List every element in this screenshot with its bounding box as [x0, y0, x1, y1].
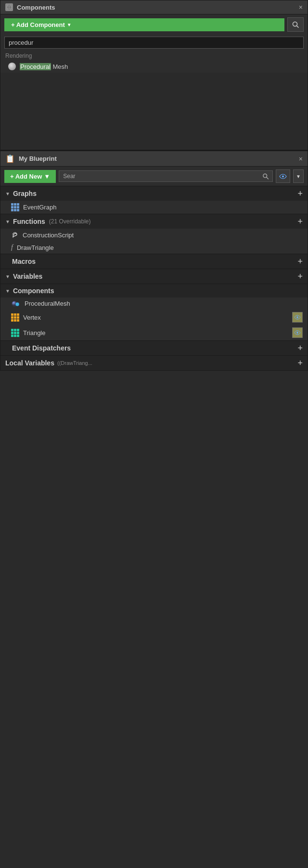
graphs-section-title: Graphs: [13, 190, 37, 197]
construction-script-item[interactable]: ConstructionScript: [0, 229, 308, 241]
event-dispatchers-section-header[interactable]: Event Dispatchers +: [0, 340, 308, 355]
construction-script-label: ConstructionScript: [23, 232, 74, 239]
macros-section-header[interactable]: Macros +: [0, 254, 308, 269]
bp-components-collapse-icon: ▼: [5, 288, 10, 294]
components-close-button[interactable]: ×: [299, 3, 303, 11]
graphs-collapse-icon: ▼: [5, 191, 10, 196]
components-panel: Components × + Add Component ▼ Rendering…: [0, 0, 308, 151]
variables-section-header[interactable]: ▼ Variables +: [0, 269, 308, 284]
vertex-eye-badge[interactable]: [292, 312, 303, 323]
components-panel-header: Components ×: [0, 0, 308, 14]
blueprint-panel-title: My Blueprint: [19, 155, 57, 162]
add-component-button[interactable]: + Add Component ▼: [4, 18, 284, 31]
blueprint-search-input[interactable]: [63, 173, 260, 180]
triangle-eye-badge[interactable]: [292, 327, 303, 338]
event-graph-label: EventGraph: [23, 204, 56, 211]
blueprint-eye-button[interactable]: [276, 169, 290, 183]
component-search-row: [0, 35, 308, 51]
functions-section-title: Functions: [13, 218, 45, 225]
draw-triangle-icon: f: [11, 244, 13, 251]
procedural-mesh-result-item[interactable]: Procedural Mesh: [0, 60, 308, 73]
components-panel-title: Components: [17, 4, 55, 11]
bp-components-section-content: ProceduralMesh Vertex: [0, 298, 308, 340]
components-header-icon: [5, 3, 13, 11]
local-variables-sub-label: ((DrawTriang...: [57, 360, 92, 366]
draw-triangle-item[interactable]: f DrawTriangle: [0, 241, 308, 254]
event-graph-icon: [11, 203, 19, 211]
blueprint-dropdown-button[interactable]: ▼: [293, 169, 304, 183]
eye-icon: [279, 174, 287, 179]
procedural-mesh-bp-item[interactable]: ProceduralMesh: [0, 298, 308, 310]
event-dispatchers-add-button[interactable]: +: [297, 344, 303, 352]
local-variables-section-title: Local Variables: [5, 359, 54, 367]
local-variables-add-button[interactable]: +: [297, 359, 303, 367]
functions-section-left: ▼ Functions (21 Overridable): [5, 218, 91, 225]
component-search-input[interactable]: [4, 37, 304, 49]
blueprint-header-left: 📋 My Blueprint: [5, 154, 57, 163]
functions-section-content: ConstructionScript f DrawTriangle: [0, 229, 308, 254]
local-variables-section-header[interactable]: Local Variables ((DrawTriang... +: [0, 355, 308, 370]
bp-components-section-header[interactable]: ▼ Components: [0, 284, 308, 298]
blueprint-close-button[interactable]: ×: [299, 155, 303, 163]
bp-components-section-left: ▼ Components: [5, 287, 54, 295]
blueprint-toolbar: + Add New ▼ ▼: [0, 167, 308, 186]
functions-collapse-icon: ▼: [5, 219, 10, 224]
construction-script-icon: [11, 231, 19, 239]
graphs-section-header[interactable]: ▼ Graphs +: [0, 186, 308, 201]
svg-point-10: [296, 316, 298, 318]
vertex-item[interactable]: Vertex: [0, 310, 308, 325]
functions-overridable-label: (21 Overridable): [49, 218, 91, 225]
procedural-mesh-label: Procedural Mesh: [20, 63, 68, 70]
component-search-icon-button[interactable]: [287, 17, 304, 32]
svg-point-11: [296, 332, 298, 334]
triangle-icon: [11, 329, 19, 337]
functions-section-header[interactable]: ▼ Functions (21 Overridable) +: [0, 214, 308, 229]
event-graph-item[interactable]: EventGraph: [0, 201, 308, 214]
procedural-mesh-bp-label: ProceduralMesh: [25, 300, 70, 307]
vertex-icon: [11, 313, 19, 322]
svg-line-6: [266, 177, 268, 179]
blueprint-search-icon: [262, 173, 269, 180]
add-new-arrow: ▼: [44, 173, 50, 180]
blueprint-panel: 📋 My Blueprint × + Add New ▼ ▼: [0, 151, 308, 371]
components-empty-area: [0, 73, 308, 150]
graphs-section-left: ▼ Graphs: [5, 190, 37, 197]
variables-section-left: ▼ Variables: [5, 272, 42, 280]
macros-add-button[interactable]: +: [297, 257, 303, 266]
graphs-add-button[interactable]: +: [297, 189, 303, 198]
procedural-mesh-bp-icon: [11, 300, 21, 307]
triangle-label: Triangle: [23, 329, 45, 337]
blueprint-panel-header: 📋 My Blueprint ×: [0, 151, 308, 167]
graphs-section-content: EventGraph: [0, 201, 308, 214]
components-header-left: Components: [5, 3, 55, 11]
variables-add-button[interactable]: +: [297, 272, 303, 281]
rendering-category-label: Rendering: [0, 51, 308, 60]
highlight-text: Procedural: [20, 63, 51, 70]
blueprint-search-field[interactable]: [59, 170, 273, 182]
event-dispatchers-section-title: Event Dispatchers: [5, 344, 71, 352]
components-toolbar: + Add Component ▼: [0, 14, 308, 35]
functions-add-button[interactable]: +: [297, 217, 303, 226]
bp-components-section-title: Components: [13, 287, 54, 295]
local-variables-section-left: Local Variables ((DrawTriang...: [5, 359, 92, 367]
variables-collapse-icon: ▼: [5, 274, 10, 279]
triangle-item[interactable]: Triangle: [0, 325, 308, 340]
procedural-mesh-icon: [8, 63, 16, 70]
svg-point-9: [15, 302, 19, 306]
draw-triangle-label: DrawTriangle: [17, 244, 54, 251]
svg-line-4: [297, 26, 299, 28]
blueprint-header-icon: 📋: [5, 154, 15, 163]
svg-point-7: [282, 175, 284, 177]
variables-section-title: Variables: [13, 272, 43, 280]
add-new-button[interactable]: + Add New ▼: [4, 170, 56, 183]
vertex-label: Vertex: [23, 314, 41, 321]
macros-section-title: Macros: [5, 258, 36, 265]
add-component-arrow: ▼: [67, 22, 72, 27]
